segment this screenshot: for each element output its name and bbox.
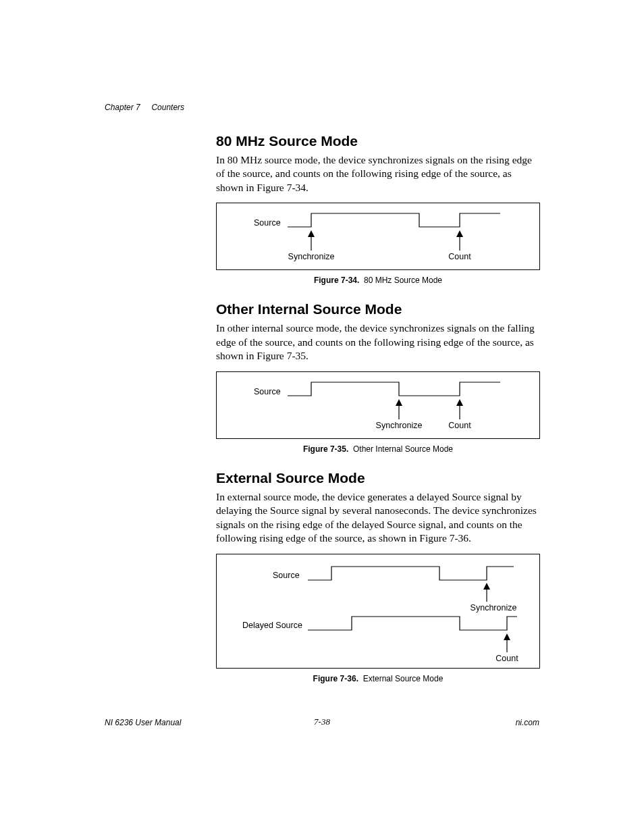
svg-marker-1 (308, 230, 315, 237)
label-sync-3: Synchronize (466, 603, 520, 613)
svg-marker-11 (504, 633, 510, 640)
caption-7-34: Figure 7-34. 80 MHz Source Mode (216, 276, 540, 285)
label-count-2: Count (439, 421, 480, 430)
figure-title-3: External Source Mode (363, 674, 444, 683)
figure-title-1: 80 MHz Source Mode (364, 276, 442, 285)
label-sync-1: Synchronize (284, 252, 338, 261)
footer-url: ni.com (516, 718, 539, 727)
body-external: In external source mode, the device gene… (216, 490, 540, 546)
svg-marker-5 (396, 399, 402, 406)
caption-7-36: Figure 7-36. External Source Mode (216, 674, 540, 683)
waveform-80mhz (217, 203, 539, 271)
label-count-1: Count (439, 252, 480, 261)
content-column: 80 MHz Source Mode In 80 MHz source mode… (216, 133, 540, 683)
heading-80mhz: 80 MHz Source Mode (216, 133, 540, 149)
figure-7-36: Source Delayed Source Synchronize Count (216, 554, 540, 669)
caption-7-35: Figure 7-35. Other Internal Source Mode (216, 444, 540, 454)
svg-marker-3 (456, 230, 463, 237)
figure-id-3: Figure 7-36. (313, 674, 358, 683)
label-sync-2: Synchronize (372, 421, 426, 430)
figure-id-2: Figure 7-35. (303, 444, 348, 454)
figure-id-1: Figure 7-34. (314, 276, 359, 285)
figure-7-34: Source Synchronize Count (216, 203, 540, 270)
figure-7-35: Source Synchronize Count (216, 371, 540, 439)
chapter-title: Counters (151, 103, 184, 112)
page: Chapter 7 Counters 80 MHz Source Mode In… (0, 0, 644, 834)
footer-page-number: 7-38 (0, 716, 644, 727)
figure-title-2: Other Internal Source Mode (353, 444, 453, 454)
label-count-3: Count (487, 654, 527, 663)
page-header: Chapter 7 Counters (105, 103, 184, 112)
svg-marker-7 (456, 399, 463, 406)
heading-external: External Source Mode (216, 470, 540, 486)
body-other-internal: In other internal source mode, the devic… (216, 321, 540, 363)
chapter-label: Chapter 7 (105, 103, 140, 112)
body-80mhz: In 80 MHz source mode, the device synchr… (216, 153, 540, 194)
heading-other-internal: Other Internal Source Mode (216, 301, 540, 317)
svg-marker-9 (483, 583, 490, 590)
